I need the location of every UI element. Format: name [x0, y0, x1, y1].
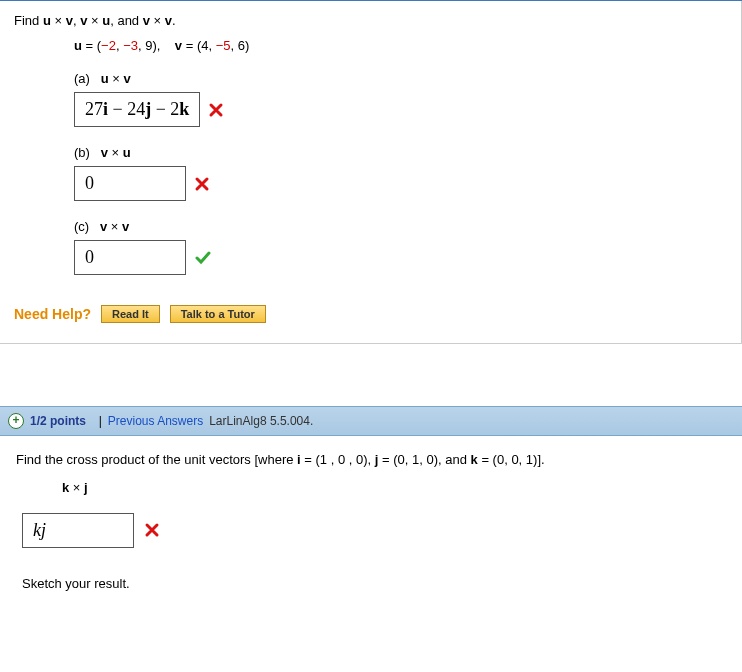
- q2-header: + 1/2 points | Previous Answers LarLinAl…: [0, 406, 742, 436]
- wrong-icon: [194, 176, 210, 192]
- q1-part-b-label: (b) v × u: [74, 145, 727, 160]
- read-it-button[interactable]: Read It: [101, 305, 160, 323]
- talk-tutor-button[interactable]: Talk to a Tutor: [170, 305, 266, 323]
- wrong-icon: [144, 522, 160, 538]
- need-help-label: Need Help?: [14, 306, 91, 322]
- q2-sep: |: [92, 414, 102, 428]
- q1-part-c: (c) v × v 0: [74, 219, 727, 275]
- wrong-icon: [208, 102, 224, 118]
- q1-part-a: (a) u × v 27i − 24j − 2k: [74, 71, 727, 127]
- need-help-row: Need Help? Read It Talk to a Tutor: [14, 305, 727, 323]
- q1-vectors: u = (−2, −3, 9), v = (4, −5, 6): [74, 38, 727, 53]
- previous-answers-link[interactable]: Previous Answers: [108, 414, 203, 428]
- q2-sketch-prompt: Sketch your result.: [22, 576, 726, 591]
- expand-icon[interactable]: +: [8, 413, 24, 429]
- q2-source: LarLinAlg8 5.5.004.: [209, 414, 313, 428]
- q1-prompt-prefix: Find: [14, 13, 43, 28]
- q1-c-answer-input[interactable]: 0: [74, 240, 186, 275]
- q1-part-a-label: (a) u × v: [74, 71, 727, 86]
- question-1: Find u × v, v × u, and v × v. u = (−2, −…: [0, 1, 742, 344]
- q1-part-c-label: (c) v × v: [74, 219, 727, 234]
- q2-points: 1/2 points: [30, 414, 86, 428]
- q2-answer-input[interactable]: kj: [22, 513, 134, 548]
- q1-b-answer-input[interactable]: 0: [74, 166, 186, 201]
- q1-prompt: Find u × v, v × u, and v × v.: [14, 13, 727, 28]
- correct-icon: [194, 249, 212, 267]
- q1-part-b: (b) v × u 0: [74, 145, 727, 201]
- q1-a-answer-input[interactable]: 27i − 24j − 2k: [74, 92, 200, 127]
- question-2: Find the cross product of the unit vecto…: [0, 436, 742, 611]
- q2-expr: k × j: [62, 480, 726, 495]
- q2-prompt: Find the cross product of the unit vecto…: [16, 450, 726, 470]
